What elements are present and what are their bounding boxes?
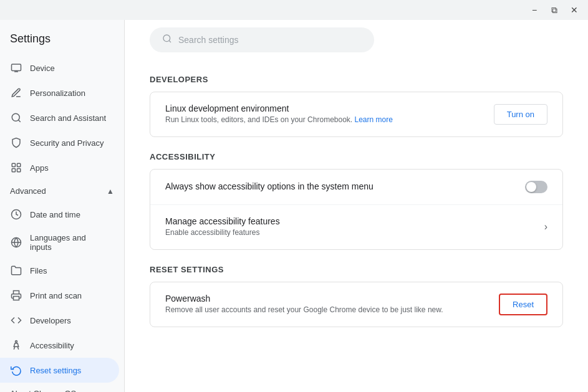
sidebar-item-apps[interactable]: Apps	[0, 155, 119, 180]
svg-rect-7	[12, 169, 15, 172]
print-scan-icon	[10, 289, 22, 302]
linux-dev-row: Linux development environment Run Linux …	[150, 92, 562, 136]
manage-accessibility-text: Manage accessibility features Enable acc…	[165, 216, 534, 238]
close-button[interactable]: ✕	[566, 1, 583, 19]
svg-point-13	[16, 341, 17, 343]
powerwash-row: Powerwash Remove all user accounts and r…	[150, 282, 562, 327]
sidebar-item-search-assistant[interactable]: Search and Assistant	[0, 105, 119, 130]
reset-settings-section-title: Reset settings	[150, 265, 563, 274]
linux-dev-desc: Run Linux tools, editors, and IDEs on yo…	[165, 115, 484, 125]
always-show-row: Always show accessibility options in the…	[150, 170, 562, 205]
sidebar-item-date-time-label: Date and time	[30, 210, 109, 219]
linux-dev-title: Linux development environment	[165, 103, 484, 113]
security-privacy-icon	[10, 136, 22, 149]
svg-rect-6	[17, 163, 21, 166]
personalization-icon	[10, 87, 22, 99]
top-search-icon	[162, 34, 172, 46]
developers-section-title: Developers	[150, 75, 563, 84]
sidebar-item-developers[interactable]: Developers	[0, 308, 119, 333]
about-label: About Chrome OS	[10, 389, 76, 392]
linux-learn-more-link[interactable]: Learn more	[355, 115, 393, 124]
developers-card: Linux development environment Run Linux …	[150, 92, 563, 137]
sidebar: Settings Device Personalization Search a…	[0, 20, 125, 392]
sidebar-item-print-scan[interactable]: Print and scan	[0, 283, 119, 308]
manage-accessibility-desc: Enable accessibility features	[165, 227, 534, 238]
sidebar-item-personalization-label: Personalization	[30, 88, 109, 98]
date-time-icon	[10, 208, 22, 221]
sidebar-item-print-scan-label: Print and scan	[30, 291, 109, 300]
manage-accessibility-row[interactable]: Manage accessibility features Enable acc…	[150, 205, 562, 249]
svg-point-14	[163, 35, 170, 42]
sidebar-item-device[interactable]: Device	[0, 55, 119, 80]
reset-settings-icon	[10, 364, 22, 376]
svg-line-4	[18, 120, 20, 122]
sidebar-item-search-assistant-label: Search and Assistant	[30, 113, 109, 123]
main-content: Developers Linux development environment…	[125, 60, 588, 392]
always-show-title: Always show accessibility options in the…	[165, 181, 515, 191]
search-assistant-icon	[10, 112, 22, 124]
advanced-label: Advanced	[10, 186, 46, 196]
device-icon	[10, 62, 22, 74]
titlebar: − ⧉ ✕	[0, 0, 588, 20]
always-show-text: Always show accessibility options in the…	[165, 181, 515, 193]
sidebar-item-reset-settings-label: Reset settings	[30, 366, 109, 375]
sidebar-item-accessibility-label: Accessibility	[30, 341, 109, 350]
maximize-button[interactable]: ⧉	[546, 1, 563, 19]
app-container: Settings Device Personalization Search a…	[0, 20, 588, 392]
svg-rect-5	[12, 163, 15, 166]
sidebar-item-about[interactable]: About Chrome OS	[0, 383, 124, 392]
accessibility-card: Always show accessibility options in the…	[150, 169, 563, 250]
sidebar-item-date-time[interactable]: Date and time	[0, 202, 119, 227]
advanced-section-header[interactable]: Advanced ▲	[0, 180, 124, 202]
powerwash-text: Powerwash Remove all user accounts and r…	[165, 294, 489, 315]
sidebar-item-languages-label: Languages and inputs	[30, 233, 109, 252]
svg-point-3	[12, 113, 19, 121]
sidebar-item-personalization[interactable]: Personalization	[0, 80, 119, 105]
developers-icon	[10, 314, 22, 327]
always-show-toggle[interactable]	[525, 181, 547, 193]
svg-rect-0	[12, 64, 21, 71]
powerwash-desc: Remove all user accounts and reset your …	[165, 305, 489, 315]
powerwash-title: Powerwash	[165, 294, 489, 304]
accessibility-section-title: Accessibility	[150, 152, 563, 161]
settings-title: Settings	[0, 25, 124, 55]
sidebar-item-accessibility[interactable]: Accessibility	[0, 333, 119, 358]
sidebar-item-files-label: Files	[30, 266, 109, 275]
languages-icon	[10, 236, 22, 249]
sidebar-item-developers-label: Developers	[30, 316, 109, 325]
manage-accessibility-chevron-icon: ›	[544, 221, 547, 232]
sidebar-item-languages[interactable]: Languages and inputs	[0, 227, 119, 258]
sidebar-item-security-privacy[interactable]: Security and Privacy	[0, 130, 119, 155]
top-search-bar	[125, 20, 588, 60]
svg-rect-8	[17, 169, 21, 172]
sidebar-item-security-privacy-label: Security and Privacy	[30, 138, 109, 148]
sidebar-item-files[interactable]: Files	[0, 258, 119, 283]
top-search-wrap	[150, 27, 374, 52]
manage-accessibility-title: Manage accessibility features	[165, 216, 534, 226]
sidebar-item-apps-label: Apps	[30, 163, 109, 173]
top-search-input[interactable]	[178, 35, 362, 45]
sidebar-item-device-label: Device	[30, 64, 109, 73]
reset-settings-card: Powerwash Remove all user accounts and r…	[150, 282, 563, 327]
accessibility-icon	[10, 339, 22, 351]
minimize-button[interactable]: −	[526, 1, 543, 19]
svg-line-15	[169, 41, 171, 42]
advanced-chevron-icon: ▲	[107, 187, 114, 196]
linux-dev-text: Linux development environment Run Linux …	[165, 103, 484, 125]
sidebar-item-reset-settings[interactable]: Reset settings	[0, 358, 119, 383]
apps-icon	[10, 161, 22, 174]
turn-on-button[interactable]: Turn on	[494, 104, 547, 125]
reset-button[interactable]: Reset	[499, 294, 547, 315]
svg-rect-12	[14, 297, 19, 300]
files-icon	[10, 264, 22, 277]
